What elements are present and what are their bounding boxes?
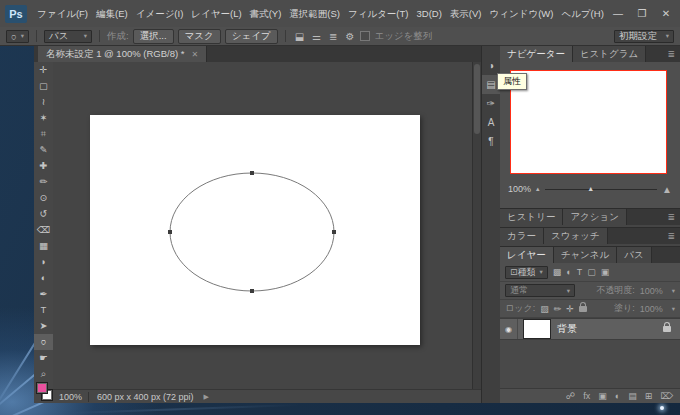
zoom-out-icon[interactable]: ▴ [536,185,540,193]
menu-window[interactable]: ウィンドウ(W) [486,0,558,27]
zoom-level-field[interactable]: 100% [53,392,88,402]
brush-settings-panel-icon[interactable]: ✑ [482,94,500,113]
minimize-button[interactable]: — [606,0,630,27]
foreground-color-swatch[interactable] [36,382,48,394]
layer-filter-dropdown[interactable]: ⊡ 種類 ▾ [505,266,548,279]
chevron-down-icon[interactable]: ▾ [672,287,675,295]
tool-mode-dropdown[interactable]: パス ▾ [44,30,92,43]
tool-eyedropper[interactable]: ✎ [34,142,53,158]
visibility-cell[interactable]: ◉ [500,319,518,339]
add-layer-mask-icon[interactable]: ▣ [598,389,607,403]
new-layer-icon[interactable]: ⊞ [645,389,653,403]
tool-gradient[interactable]: ▦ [34,238,53,254]
character-panel-icon[interactable]: A [482,113,500,132]
filter-adjustment-layers-icon[interactable]: ◐ [566,267,571,277]
tab-channels[interactable]: チャンネル [554,247,618,263]
opacity-value[interactable]: 100% [640,286,663,296]
layer-thumbnail[interactable] [523,319,551,339]
layer-effects-icon[interactable]: fx [583,389,590,403]
tool-type[interactable]: T [34,302,53,318]
layer-row-background[interactable]: ◉ 背景 [500,318,680,340]
tab-paths[interactable]: パス [617,247,651,263]
tab-color[interactable]: カラー [500,228,544,244]
tab-history[interactable]: ヒストリー [500,209,563,225]
panel-menu-icon[interactable] [670,247,680,263]
tool-marquee[interactable]: ▢ [34,78,53,94]
paragraph-panel-icon[interactable]: ¶ [482,132,500,151]
tool-spot-healing[interactable]: ✚ [34,158,53,174]
delete-layer-icon[interactable]: ⌦ [660,389,673,403]
tab-swatches[interactable]: スウォッチ [544,228,608,244]
gear-icon[interactable]: ⚙ [345,31,354,42]
document-canvas[interactable] [90,115,420,345]
tab-navigator[interactable]: ナビゲーター [500,46,573,62]
blend-mode-dropdown[interactable]: 通常 ▾ [505,284,575,297]
menu-help[interactable]: ヘルプ(H) [557,0,607,27]
path-alignment-icon[interactable]: ⚌ [312,31,321,42]
close-tab-icon[interactable]: ✕ [191,50,198,59]
anchor-point-right[interactable] [332,230,336,234]
tool-zoom[interactable]: ⌕ [34,366,53,382]
make-mask-button[interactable]: マスク [178,29,221,44]
menu-filter[interactable]: フィルター(T) [344,0,413,27]
document-tab[interactable]: 名称未設定 1 @ 100% (RGB/8) * ✕ [38,46,207,62]
filter-shape-layers-icon[interactable]: ▢ [587,267,596,277]
tool-dodge[interactable]: ◐ [34,270,53,286]
anchor-point-left[interactable] [168,230,172,234]
align-edges-checkbox[interactable] [360,31,370,41]
panel-menu-icon[interactable]: ≣ [662,46,680,62]
tool-path-selection[interactable]: ➤ [34,318,53,334]
navigator-zoom-slider[interactable]: ▲ [545,183,658,195]
tab-layers[interactable]: レイヤー [500,247,554,263]
filter-type-layers-icon[interactable]: T [577,267,583,277]
lock-image-pixels-icon[interactable]: ✏ [554,304,562,314]
close-button[interactable]: ✕ [654,0,678,27]
make-selection-button[interactable]: 選択... [133,29,174,44]
filter-pixel-layers-icon[interactable]: ▩ [553,267,562,277]
tab-actions[interactable]: アクション [563,209,627,225]
link-layers-icon[interactable]: ☍ [566,389,575,403]
tool-hand[interactable]: ☛ [34,350,53,366]
menu-image[interactable]: イメージ(I) [132,0,188,27]
path-operations-icon[interactable]: ⬓ [295,31,304,42]
maximize-button[interactable]: ❐ [630,0,654,27]
menu-edit[interactable]: 編集(E) [92,0,132,27]
tool-lasso[interactable]: ≀ [34,94,53,110]
fill-value[interactable]: 100% [640,304,663,314]
tool-pen[interactable]: ✒ [34,286,53,302]
tool-quick-selection[interactable]: ✶ [34,110,53,126]
tab-histogram[interactable]: ヒストグラム [573,46,646,62]
tool-history-brush[interactable]: ↺ [34,206,53,222]
menu-select[interactable]: 選択範囲(S) [285,0,344,27]
workspace-dropdown[interactable]: 初期設定 ▾ [614,30,674,43]
tool-move[interactable]: ✛ [34,62,53,78]
filter-smart-objects-icon[interactable]: ▣ [601,267,610,277]
navigator-zoom-field[interactable]: 100% [508,184,531,194]
tool-crop[interactable]: ⌗ [34,126,53,142]
new-group-icon[interactable]: ▤ [628,389,637,403]
adjustment-layer-icon[interactable]: ◐ [615,389,620,403]
anchor-point-bottom[interactable] [250,289,254,293]
tool-brush[interactable]: ✏ [34,174,53,190]
make-shape-button[interactable]: シェイプ [225,29,278,44]
tool-eraser[interactable]: ⌫ [34,222,53,238]
panel-menu-icon[interactable]: ≣ [662,209,680,225]
lock-transparent-pixels-icon[interactable]: ▨ [540,304,549,314]
menu-file[interactable]: ファイル(F) [33,0,92,27]
chevron-down-icon[interactable]: ▾ [672,305,675,313]
status-popup-arrow-icon[interactable]: ▶ [204,393,209,401]
anchor-point-top[interactable] [250,171,254,175]
ellipse-path[interactable] [170,173,334,291]
panel-menu-icon[interactable]: ≣ [662,228,680,244]
menu-3d[interactable]: 3D(D) [413,0,446,27]
menu-layer[interactable]: レイヤー(L) [187,0,245,27]
path-arrangement-icon[interactable]: ≣ [329,31,337,42]
lock-all-icon[interactable] [579,306,587,312]
visibility-eye-icon[interactable]: ◉ [505,325,512,334]
tool-ellipse-shape[interactable]: ○ [34,334,53,350]
slider-thumb-icon[interactable]: ▲ [587,185,594,192]
navigator-preview[interactable] [510,70,667,174]
tool-clone-stamp[interactable]: ⊙ [34,190,53,206]
zoom-in-icon[interactable]: ▲ [662,184,672,195]
scrollbar-thumb[interactable] [474,64,480,134]
